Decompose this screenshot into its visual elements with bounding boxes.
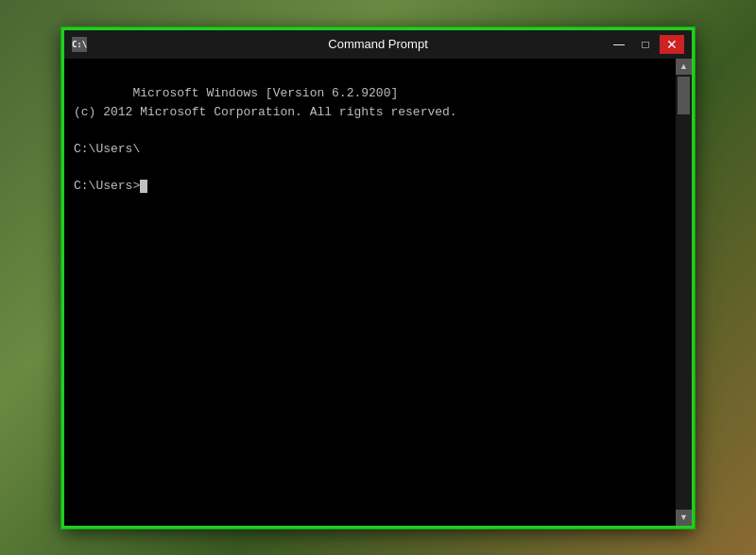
terminal-line-1: Microsoft Windows [Version 6.2.9200]	[132, 86, 398, 100]
titlebar: C:\ Command Prompt — □ ✕	[64, 30, 692, 59]
app-icon: C:\	[72, 37, 87, 52]
scroll-up-button[interactable]: ▲	[676, 59, 692, 75]
titlebar-left: C:\	[72, 37, 87, 52]
minimize-button[interactable]: —	[607, 35, 631, 54]
command-prompt-window: C:\ Command Prompt — □ ✕ Microsoft Windo…	[61, 27, 695, 529]
terminal-output: Microsoft Windows [Version 6.2.9200] (c)…	[74, 66, 666, 214]
scrollbar: ▲ ▼	[676, 59, 692, 526]
window-title: Command Prompt	[328, 37, 427, 51]
window-body: Microsoft Windows [Version 6.2.9200] (c)…	[64, 59, 692, 526]
terminal-line-2: (c) 2012 Microsoft Corporation. All righ…	[74, 105, 457, 119]
window-controls: — □ ✕	[607, 35, 684, 54]
cursor	[140, 180, 147, 193]
scroll-track[interactable]	[676, 75, 692, 510]
maximize-button[interactable]: □	[633, 35, 658, 54]
terminal-prompt: C:\Users>	[74, 179, 140, 193]
terminal-area[interactable]: Microsoft Windows [Version 6.2.9200] (c)…	[64, 59, 676, 526]
scroll-thumb[interactable]	[678, 77, 690, 114]
close-button[interactable]: ✕	[660, 35, 684, 54]
scroll-down-button[interactable]: ▼	[676, 510, 692, 526]
terminal-line-3: C:\Users\	[74, 142, 140, 156]
